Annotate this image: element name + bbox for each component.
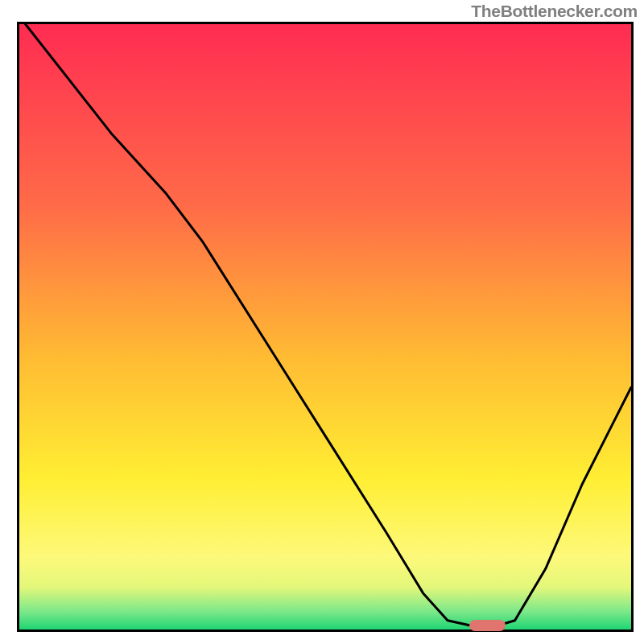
watermark-text: TheBottlenecker.com [471, 2, 638, 21]
bottleneck-curve [19, 24, 631, 630]
chart-container: TheBottlenecker.com [0, 0, 644, 644]
plot-area [17, 22, 634, 632]
optimal-marker [469, 620, 506, 631]
